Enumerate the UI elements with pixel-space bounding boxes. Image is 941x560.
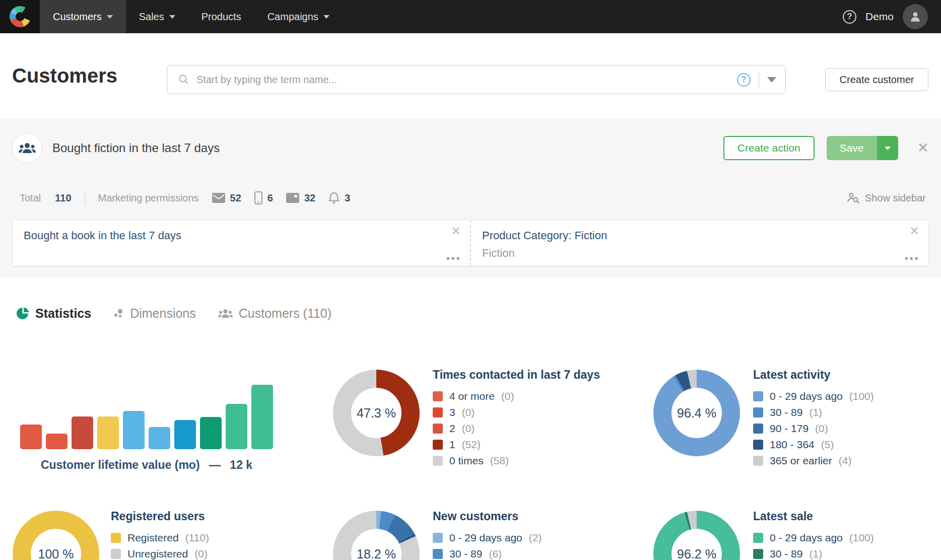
legend-label: 0 - 29 days ago xyxy=(770,532,843,544)
legend-count: (1) xyxy=(809,406,822,418)
tab-label: Statistics xyxy=(35,306,91,321)
legend-label: 30 - 89 xyxy=(770,406,802,418)
legend-label: 1 xyxy=(449,439,455,451)
legend-count: (100) xyxy=(849,390,874,402)
permission-mail: 32 xyxy=(286,192,315,204)
total-label: Total xyxy=(20,192,41,204)
help-icon[interactable]: ? xyxy=(843,10,856,24)
save-split-button: Save xyxy=(827,136,898,160)
legend-swatch xyxy=(753,440,763,450)
nav-item-label: Products xyxy=(201,11,241,23)
legend-item: 365 or earlier(4) xyxy=(753,453,941,469)
brand-logo-cell[interactable] xyxy=(0,0,40,33)
person-search-icon xyxy=(847,192,860,204)
legend-count: (0) xyxy=(194,548,208,560)
user-icon xyxy=(909,10,922,23)
people-group-icon xyxy=(19,142,36,154)
permission-mail-count: 32 xyxy=(304,192,315,204)
legend-swatch xyxy=(111,533,121,543)
donut-hole: 100 % xyxy=(31,529,81,560)
legend-label: 3 xyxy=(449,406,455,418)
legend-swatch xyxy=(433,391,443,401)
search-bar: ? xyxy=(167,65,786,94)
legend-count: (110) xyxy=(185,532,209,544)
segment-title: Bought fiction in the last 7 days xyxy=(52,141,220,155)
legend-count: (0) xyxy=(501,390,514,402)
user-menu-label[interactable]: Demo xyxy=(865,11,894,23)
mail-icon xyxy=(286,193,299,203)
legend-label: 180 - 364 xyxy=(770,439,815,451)
donut-new-customers: 18.2 % xyxy=(333,511,420,560)
sms-icon xyxy=(254,191,262,204)
legend-swatch xyxy=(433,424,443,434)
bar-segment xyxy=(149,427,170,449)
pie-chart-icon xyxy=(17,307,29,320)
legend-label: Unregistered xyxy=(127,548,188,560)
filter-subtitle: Fiction xyxy=(482,247,898,260)
donut-hole: 18.2 % xyxy=(351,529,401,560)
search-input[interactable] xyxy=(196,74,737,86)
nav-item-campaigns[interactable]: Campaigns xyxy=(254,0,343,33)
filter-bought-book[interactable]: Bought a book in the last 7 days ✕ ●●● xyxy=(13,220,470,266)
legend-item: 30 - 89(6) xyxy=(433,546,629,560)
tab-customers[interactable]: Customers (110) xyxy=(218,306,331,321)
tab-statistics[interactable]: Statistics xyxy=(17,306,91,321)
remove-filter-icon[interactable]: ✕ xyxy=(909,225,919,237)
avatar[interactable] xyxy=(903,4,928,29)
legend-label: Registered xyxy=(127,532,179,544)
bar-chart-caption: Customer lifetime value (mo) — 12 k xyxy=(20,458,273,472)
create-customer-button[interactable]: Create customer xyxy=(825,68,928,91)
legend-item: 90 - 179(0) xyxy=(753,421,941,437)
nav-item-label: Customers xyxy=(53,11,102,23)
legend-count: (6) xyxy=(489,548,502,560)
legend-title: Times contacted in last 7 days xyxy=(433,368,629,382)
legend-label: 30 - 89 xyxy=(770,548,802,560)
legend-count: (2) xyxy=(529,532,542,544)
close-segment-icon[interactable]: ✕ xyxy=(917,141,929,155)
nav-item-customers[interactable]: Customers xyxy=(40,0,126,33)
create-action-button[interactable]: Create action xyxy=(723,136,815,160)
brand-logo-icon xyxy=(10,6,31,27)
nav-item-sales[interactable]: Sales xyxy=(126,0,188,33)
donut-center-label: 18.2 % xyxy=(357,547,396,560)
filter-options-icon[interactable]: ●●● xyxy=(446,254,461,262)
save-dropdown-button[interactable] xyxy=(877,136,898,160)
legend-item: 30 - 89(1) xyxy=(753,404,941,421)
legend-label: 365 or earlier xyxy=(770,455,832,467)
legend-item: Unregistered(0) xyxy=(111,546,307,560)
legend-item: 0 - 29 days ago(100) xyxy=(753,388,941,404)
segment-filter-card: Bought a book in the last 7 days ✕ ●●● P… xyxy=(12,220,929,266)
donut-center-label: 96.2 % xyxy=(677,547,716,560)
save-button[interactable]: Save xyxy=(827,136,877,160)
marketing-permissions-label: Marketing permissions xyxy=(98,192,199,204)
legend-count: (4) xyxy=(839,455,852,467)
search-icon xyxy=(178,74,189,85)
filter-options-icon[interactable]: ●●● xyxy=(904,254,919,262)
divider xyxy=(85,190,85,205)
donut-latest-activity: 96.4 % xyxy=(653,370,740,456)
dimensions-dots-icon xyxy=(113,308,124,319)
donut-center-label: 100 % xyxy=(38,547,74,560)
permission-sms-count: 6 xyxy=(267,192,273,204)
permission-push-count: 3 xyxy=(345,192,350,204)
chevron-down-icon xyxy=(323,15,329,19)
divider xyxy=(759,72,759,88)
remove-filter-icon[interactable]: ✕ xyxy=(451,225,461,237)
chevron-down-icon xyxy=(107,15,113,19)
legend-swatch xyxy=(753,549,763,559)
nav-item-products[interactable]: Products xyxy=(188,0,254,33)
show-sidebar-button[interactable]: Show sidebar xyxy=(847,192,926,204)
legend-swatch xyxy=(753,424,763,434)
search-dropdown-icon[interactable] xyxy=(767,77,776,83)
legend-item: 0 times(58) xyxy=(433,453,629,469)
donut-times-contacted: 47.3 % xyxy=(333,370,420,456)
filter-product-category[interactable]: Product Category: Fiction Fiction ✕ ●●● xyxy=(470,220,928,266)
tab-label: Customers (110) xyxy=(239,306,331,321)
legend-item: 0 - 29 days ago(2) xyxy=(433,530,629,546)
legend-item: 30 - 89(1) xyxy=(753,546,941,560)
donut-hole: 47.3 % xyxy=(351,388,401,438)
search-help-icon[interactable]: ? xyxy=(737,73,751,87)
bar-segment xyxy=(97,416,119,449)
tab-dimensions[interactable]: Dimensions xyxy=(113,306,196,321)
tab-label: Dimensions xyxy=(130,306,196,321)
